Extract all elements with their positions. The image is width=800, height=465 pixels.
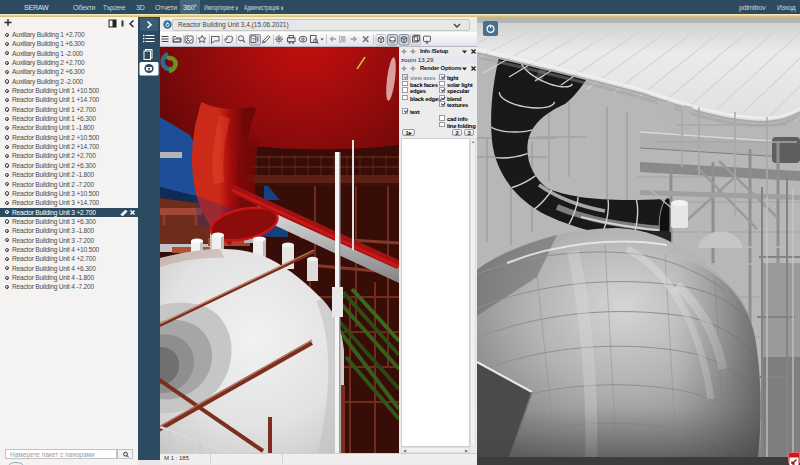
svg-text:?: ?	[252, 37, 255, 43]
